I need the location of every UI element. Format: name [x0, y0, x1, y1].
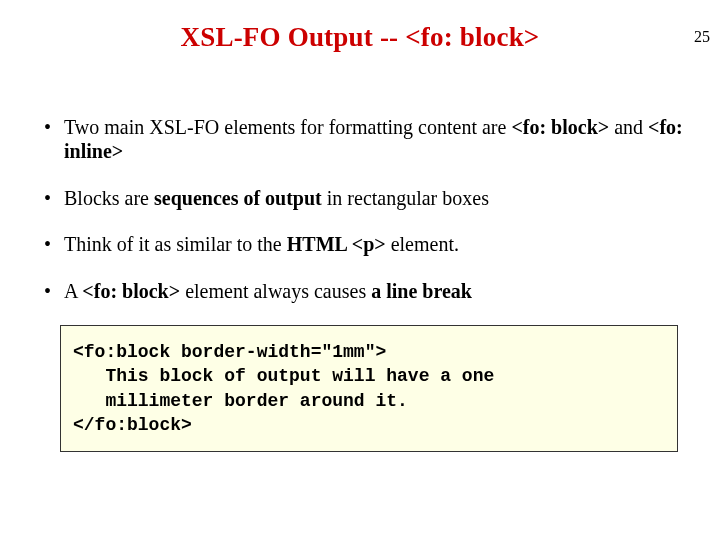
bullet-item: Think of it as similar to the HTML <p> e… — [34, 232, 686, 256]
code-example: <fo:block border-width="1mm"> This block… — [60, 325, 678, 452]
bullet-text: Two main XSL-FO elements for formatting … — [64, 116, 511, 138]
code-line: </fo:block> — [73, 415, 192, 435]
bullet-text-bold: <fo: block> — [511, 116, 609, 138]
bullet-text: in rectangular boxes — [322, 187, 489, 209]
page-number: 25 — [694, 28, 710, 46]
bullet-item: Blocks are sequences of output in rectan… — [34, 186, 686, 210]
bullet-text: and — [609, 116, 648, 138]
bullet-text: Blocks are — [64, 187, 154, 209]
bullet-text-bold: HTML <p> — [287, 233, 386, 255]
code-line: <fo:block border-width="1mm"> — [73, 342, 386, 362]
code-line: This block of output will have a one — [73, 366, 494, 386]
slide: 25 XSL-FO Output -- <fo: block> Two main… — [0, 22, 720, 540]
bullet-text-bold: sequences of output — [154, 187, 322, 209]
bullet-text: A — [64, 280, 82, 302]
bullet-item: A <fo: block> element always causes a li… — [34, 279, 686, 303]
bullet-text-bold: <fo: block> — [82, 280, 180, 302]
bullet-text: Think of it as similar to the — [64, 233, 287, 255]
slide-title: XSL-FO Output -- <fo: block> — [0, 22, 720, 53]
code-line: millimeter border around it. — [73, 391, 408, 411]
bullet-text: element always causes — [180, 280, 371, 302]
bullet-item: Two main XSL-FO elements for formatting … — [34, 115, 686, 164]
bullet-text-bold: a line break — [371, 280, 472, 302]
bullet-text: element. — [386, 233, 459, 255]
bullet-list: Two main XSL-FO elements for formatting … — [34, 115, 686, 303]
